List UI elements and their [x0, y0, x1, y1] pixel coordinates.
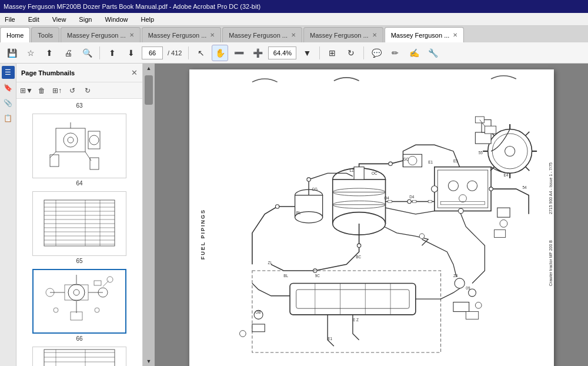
tab-doc-5[interactable]: Massey Ferguson ... ✕ [385, 27, 465, 42]
svg-text:BL: BL [283, 274, 288, 278]
svg-text:E Z: E Z [352, 318, 358, 322]
menu-view[interactable]: View [50, 15, 69, 24]
svg-text:BC: BC [356, 255, 361, 259]
menu-help[interactable]: Help [139, 15, 157, 24]
sidebar-layers-icon[interactable]: 📋 [2, 112, 15, 125]
thumb-redo-button[interactable]: ↻ [81, 84, 94, 97]
svg-rect-136 [354, 167, 364, 179]
tab-doc-4-label: Massey Ferguson ... [310, 32, 369, 39]
save-button[interactable]: 💾 [4, 45, 20, 61]
pencil-button[interactable]: ✏ [387, 45, 403, 61]
svg-rect-132 [428, 200, 432, 202]
svg-text:09: 09 [466, 286, 470, 290]
svg-rect-88 [290, 283, 416, 314]
thumb-img-64 [32, 114, 126, 178]
zoom-out-button[interactable]: ➖ [230, 45, 247, 61]
thumb-page-64[interactable]: 64 [24, 114, 135, 187]
thumb-page-66[interactable]: 66 [24, 269, 135, 342]
svg-rect-124 [497, 208, 509, 217]
tab-doc-4[interactable]: Massey Ferguson ... ✕ [303, 27, 383, 42]
tab-bar: Home Tools Massey Ferguson ... ✕ Massey … [0, 26, 588, 42]
tab-doc-1[interactable]: Massey Ferguson ... ✕ [61, 27, 141, 42]
comment-button[interactable]: 💬 [368, 45, 385, 61]
thumb-delete-button[interactable]: 🗑 [35, 84, 48, 97]
page-input[interactable] [142, 46, 163, 59]
svg-rect-21 [44, 200, 115, 246]
tab-doc-5-close[interactable]: ✕ [453, 32, 457, 38]
tab-doc-3-close[interactable]: ✕ [291, 32, 296, 38]
svg-text:CG: CG [312, 187, 318, 191]
svg-point-125 [500, 219, 507, 227]
thumb-panel-title: Page Thumbnails [21, 69, 75, 76]
zoom-dropdown-button[interactable]: ▼ [299, 45, 315, 61]
svg-point-2 [68, 137, 74, 143]
menu-edit[interactable]: Edit [26, 15, 42, 24]
scroll-down-arrow[interactable]: ▼ [143, 357, 155, 366]
svg-text:54: 54 [522, 185, 527, 189]
tab-doc-2[interactable]: Massey Ferguson ... ✕ [142, 27, 222, 42]
zoom-text-button[interactable]: 🔍 [79, 45, 95, 61]
next-page-button[interactable]: ⬇ [123, 45, 139, 61]
thumb-page-65[interactable]: 65 [24, 191, 135, 264]
menu-bar: File Edit View Sign Window Help [0, 13, 588, 26]
tab-doc-4-close[interactable]: ✕ [372, 32, 377, 38]
thumb-extract-button[interactable]: ⊞↑ [51, 84, 64, 97]
scroll-up-arrow[interactable]: ▲ [143, 64, 155, 73]
svg-text:9C: 9C [315, 274, 320, 278]
zoom-input[interactable] [268, 46, 296, 59]
svg-point-83 [357, 244, 360, 247]
zoom-in-button[interactable]: ➕ [249, 45, 266, 61]
svg-point-102 [239, 331, 246, 337]
svg-rect-79 [475, 132, 491, 144]
main-content: ☰ 🔖 📎 📋 Page Thumbnails ✕ ⊞▼ 🗑 ⊞↑ ↺ ↻ 63 [0, 64, 588, 366]
svg-text:OB: OB [255, 310, 260, 314]
scroll-thumb[interactable] [145, 75, 153, 105]
thumb-undo-button[interactable]: ↺ [66, 84, 79, 97]
page-total: / 412 [165, 49, 184, 56]
prev-page-button[interactable]: ⬆ [104, 45, 121, 61]
svg-text:D4: D4 [409, 195, 415, 199]
thumb-scroll-area[interactable]: 63 [16, 99, 142, 366]
tab-home[interactable]: Home [0, 27, 30, 42]
print-button[interactable]: 🖨 [60, 45, 76, 61]
tab-tools-label: Tools [38, 32, 53, 39]
svg-point-135 [419, 234, 425, 239]
svg-text:GC: GC [403, 157, 409, 161]
select-tool-button[interactable]: ↖ [193, 45, 209, 61]
sidebar-thumbnail-icon[interactable]: ☰ [2, 66, 15, 79]
hand-tool-button[interactable]: ✋ [212, 45, 228, 61]
menu-file[interactable]: File [2, 15, 18, 24]
svg-rect-37 [94, 281, 101, 285]
tab-doc-2-close[interactable]: ✕ [210, 32, 215, 38]
sign-button[interactable]: ✍ [406, 45, 422, 61]
thumb-panel-header: Page Thumbnails ✕ [16, 64, 142, 82]
menu-sign[interactable]: Sign [76, 15, 94, 24]
svg-rect-60 [434, 167, 490, 211]
sidebar-attach-icon[interactable]: 📎 [2, 97, 15, 109]
thumb-page-67[interactable] [24, 347, 135, 366]
tab-tools[interactable]: Tools [31, 27, 59, 42]
svg-point-39 [107, 277, 113, 282]
left-icon-panel: ☰ 🔖 📎 📋 [0, 64, 16, 366]
thumb-panel-close[interactable]: ✕ [131, 68, 138, 77]
rotate-button[interactable]: ↻ [343, 45, 359, 61]
svg-point-82 [407, 199, 410, 203]
thumb-page-63[interactable]: 63 [24, 102, 135, 109]
upload-button[interactable]: ⬆ [41, 45, 58, 61]
svg-rect-130 [387, 200, 391, 202]
thumb-label-63: 63 [76, 102, 82, 109]
svg-rect-126 [494, 230, 505, 238]
thumb-scrollbar[interactable]: ▲ ▼ [143, 64, 155, 366]
fit-page-button[interactable]: ⊞ [324, 45, 340, 61]
bookmark-button[interactable]: ☆ [22, 45, 39, 61]
svg-text:BL: BL [296, 211, 300, 215]
svg-rect-46 [44, 350, 115, 366]
tab-doc-3[interactable]: Massey Ferguson ... ✕ [222, 27, 302, 42]
svg-point-87 [275, 205, 279, 208]
action-button[interactable]: 🔧 [425, 45, 441, 61]
thumb-expand-button[interactable]: ⊞▼ [20, 84, 33, 97]
sidebar-bookmark-icon[interactable]: 🔖 [2, 81, 15, 94]
tab-doc-1-close[interactable]: ✕ [129, 32, 134, 38]
menu-window[interactable]: Window [102, 15, 130, 24]
svg-point-86 [306, 178, 310, 181]
